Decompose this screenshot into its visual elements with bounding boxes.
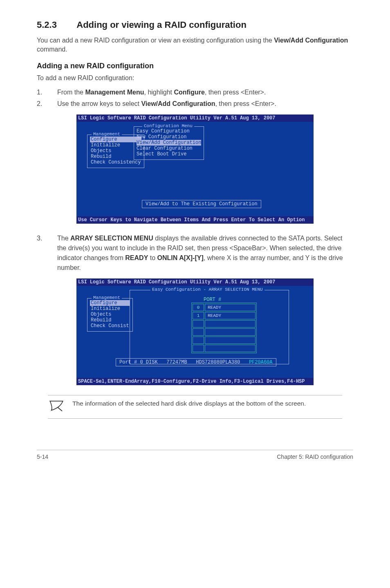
footer-page-number: 5-14 xyxy=(37,453,48,460)
step1-post: , then press <Enter>. xyxy=(205,89,266,96)
step2-post: , then press <Enter>. xyxy=(215,100,276,107)
bios2-diskinfo-bar: Port # 0 DISK 77247MB HDS728080PLA380 PF… xyxy=(116,358,276,366)
bios2-titlebar: LSI Logic Software RAID Configuration Ut… xyxy=(76,278,314,286)
bios2-footer: SPACE-Sel,ENTER-EndArray,F10-Configure,F… xyxy=(76,378,314,385)
note-row: The information of the selected hard dis… xyxy=(48,395,342,419)
bios2-mgmt-configure[interactable]: Configure xyxy=(90,300,130,306)
bios1-footer: Use Cursor Keys to Navigate Between Item… xyxy=(76,216,314,224)
page-footer: 5-14 Chapter 5: RAID configuration xyxy=(37,450,353,476)
table-row[interactable]: 0READY xyxy=(193,304,256,311)
step-3: The ARRAY SELECTION MENU displays the av… xyxy=(37,233,353,273)
port-index: 1 xyxy=(193,312,204,319)
note-icon xyxy=(48,399,65,414)
bios2-port-table: 0READY 1READY xyxy=(191,303,257,353)
bios2-mgmt-check[interactable]: Check Consist xyxy=(90,323,130,329)
note-text: The information of the selected hard dis… xyxy=(72,399,306,408)
port-index: 0 xyxy=(193,304,204,311)
bios1-config-menu: Configuration Menu Easy Configuration Ne… xyxy=(134,126,204,160)
bios2-arraysel-panel: Easy Configuration - ARRAY SELECTION MEN… xyxy=(130,290,289,364)
bios1-cfg-viewadd[interactable]: View/Add Configuration xyxy=(137,140,201,146)
diskinfo-label: Port # 0 DISK xyxy=(119,359,158,365)
bios2-mgmt-initialize[interactable]: Initialize xyxy=(90,306,130,312)
step2-b1: View/Add Configuration xyxy=(141,100,215,107)
step-1: From the Management Menu, highlight Conf… xyxy=(37,88,353,97)
table-row xyxy=(193,345,256,352)
diskinfo-size: 77247MB xyxy=(166,359,187,365)
footer-chapter: Chapter 5: RAID configuration xyxy=(277,453,353,460)
step1-pre: From the xyxy=(57,89,85,96)
bios-screenshot-2: LSI Logic Software RAID Configuration Ut… xyxy=(76,278,314,385)
bios2-arraysel-legend: Easy Configuration - ARRAY SELECTION MEN… xyxy=(150,287,264,292)
bios2-mgmt-legend: Management xyxy=(92,295,122,300)
bios2-port-header: PORT # xyxy=(204,297,221,303)
step1-mid: , highlight xyxy=(144,89,174,96)
bios2-management-panel: Management Configure Initialize Objects … xyxy=(87,298,133,332)
bios1-status-box: View/Add to The Existing Configuration xyxy=(142,200,261,208)
bios-screenshot-1: LSI Logic Software RAID Configuration Ut… xyxy=(76,114,314,224)
table-row xyxy=(193,337,256,344)
bios1-cfg-legend: Configuration Menu xyxy=(142,123,194,128)
intro-post: command. xyxy=(37,46,67,53)
steps-list-1: From the Management Menu, highlight Conf… xyxy=(37,88,353,109)
port-state: READY xyxy=(205,304,256,311)
step3-b3: ONLIN A[X]-[Y] xyxy=(157,254,204,261)
step1-b2: Configure xyxy=(174,89,205,96)
bios1-titlebar: LSI Logic Software RAID Configuration Ut… xyxy=(76,114,314,122)
diskinfo-model: HDS728080PLA380 xyxy=(196,359,240,365)
subintro: To add a new RAID configuration: xyxy=(37,74,353,83)
intro-paragraph: You can add a new RAID configuration or … xyxy=(37,36,353,54)
bios1-mgmt-legend: Management xyxy=(92,132,122,137)
diskinfo-fw: PF20A60A xyxy=(249,359,273,365)
section-title: 5.2.3 Adding or viewing a RAID configura… xyxy=(37,20,353,30)
step-2: Use the arrow keys to select View/Add Co… xyxy=(37,99,353,109)
steps-list-2: The ARRAY SELECTION MENU displays the av… xyxy=(37,233,353,273)
bios1-cfg-easy[interactable]: Easy Configuration xyxy=(137,128,201,134)
bios1-cfg-clear[interactable]: Clear Configuration xyxy=(137,146,201,151)
step3-b1: ARRAY SELECTION MENU xyxy=(70,235,153,242)
intro-bold: View/Add Configuration xyxy=(274,37,348,44)
bios1-mgmt-check[interactable]: Check Consistency xyxy=(90,159,141,165)
table-row[interactable]: 1READY xyxy=(193,312,256,319)
subheading: Adding a new RAID configuration xyxy=(37,62,353,70)
bios1-cfg-new[interactable]: New Configuration xyxy=(137,134,201,140)
section-number: 5.2.3 xyxy=(37,20,74,30)
port-state: READY xyxy=(205,312,256,319)
table-row xyxy=(193,320,256,328)
step3-pre: The xyxy=(57,235,70,242)
step3-b2: READY xyxy=(125,254,148,261)
bios2-mgmt-rebuild[interactable]: Rebuild xyxy=(90,317,130,323)
intro-pre: You can add a new RAID configuration or … xyxy=(37,37,274,44)
step2-pre: Use the arrow keys to select xyxy=(57,100,141,107)
section-heading-text: Adding or viewing a RAID configuration xyxy=(76,20,247,30)
bios1-cfg-boot[interactable]: Select Boot Drive xyxy=(137,151,201,157)
svg-line-0 xyxy=(58,408,63,411)
table-row xyxy=(193,328,256,336)
step3-mid2: to xyxy=(148,254,157,261)
step1-b1: Management Menu xyxy=(85,89,144,96)
bios2-mgmt-objects[interactable]: Objects xyxy=(90,312,130,317)
